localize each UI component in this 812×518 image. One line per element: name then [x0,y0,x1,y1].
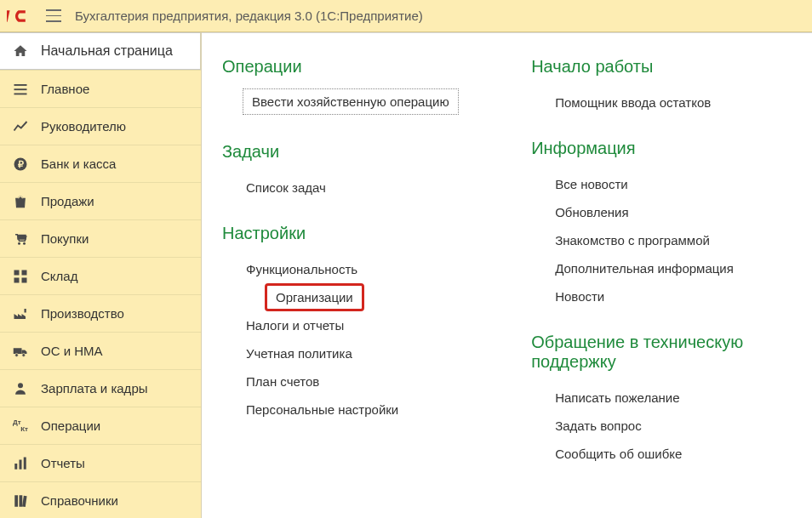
app-logo-icon [7,8,32,25]
svg-rect-21 [20,495,23,507]
main-menu-icon[interactable] [43,5,65,27]
svg-rect-20 [14,495,18,507]
nav-label: Банк и касса [41,157,116,171]
nav-item-warehouse[interactable]: Склад [0,257,201,294]
nav-item-assets[interactable]: ОС и НМА [0,332,201,369]
link-enter-operation[interactable]: Ввести хозяйственную операцию [243,88,459,115]
debit-credit-icon: ДтКт [12,418,29,435]
nav-label: Производство [41,306,124,321]
nav-item-purchases[interactable]: Покупки [0,219,201,257]
home-icon [12,43,29,60]
svg-rect-9 [14,270,20,275]
sidebar: Начальная страница Главное Руководителю … [0,32,202,518]
section-title: Обращение в техническую поддержку [531,333,812,372]
svg-rect-11 [14,277,20,282]
link-news[interactable]: Новости [555,282,812,310]
link-personal-settings[interactable]: Персональные настройки [246,396,472,424]
svg-rect-10 [22,270,27,275]
person-icon [12,380,29,397]
nav-item-manager[interactable]: Руководителю [0,107,201,145]
cart-icon [12,231,29,248]
nav-item-home[interactable]: Начальная страница [0,32,201,70]
link-functionality[interactable]: Функциональность [246,255,472,283]
nav-label: Покупки [41,231,89,246]
link-intro[interactable]: Знакомство с программой [555,226,812,254]
nav-label: Продажи [41,194,94,208]
section-title: Операции [222,57,472,77]
section-support: Обращение в техническую поддержку Написа… [531,333,812,468]
link-chart-of-accounts[interactable]: План счетов [246,367,472,396]
nav-label: Руководителю [41,119,126,134]
svg-point-14 [15,353,19,356]
link-ask-question[interactable]: Задать вопрос [555,412,812,440]
svg-point-7 [23,242,26,244]
content-left-column: Операции Ввести хозяйственную операцию З… [222,57,472,518]
bar-chart-icon [12,455,29,472]
svg-rect-13 [14,348,22,354]
svg-rect-2 [14,88,27,90]
section-tasks: Задачи Список задач [222,142,472,202]
svg-text:₽: ₽ [18,158,24,168]
nav-label: Операции [41,418,100,433]
section-title: Информация [531,139,812,158]
nav-label: ОС и НМА [41,344,103,358]
link-taxes-reports[interactable]: Налоги и отчеты [246,311,472,339]
books-icon [12,492,29,509]
nav-label: Отчеты [41,456,85,470]
section-information: Информация Все новости Обновления Знаком… [531,139,812,310]
nav-item-bank[interactable]: ₽ Банк и касса [0,145,201,182]
section-operations: Операции Ввести хозяйственную операцию [222,57,472,120]
nav-label: Начальная страница [41,43,173,59]
svg-rect-22 [22,495,26,506]
section-title: Задачи [222,142,472,162]
link-report-error[interactable]: Сообщить об ошибке [555,440,812,468]
nav-item-production[interactable]: Производство [0,294,201,332]
link-additional-info[interactable]: Дополнительная информация [555,254,812,282]
svg-point-6 [18,242,20,244]
nav-item-salary[interactable]: Зарплата и кадры [0,369,201,407]
grid-icon [12,268,29,285]
ruble-icon: ₽ [12,156,29,173]
svg-rect-19 [24,457,26,469]
section-title: Начало работы [531,57,812,77]
nav-item-sales[interactable]: Продажи [0,182,201,219]
truck-icon [12,343,29,360]
link-write-wish[interactable]: Написать пожелание [555,384,812,412]
nav-item-operations[interactable]: ДтКт Операции [0,407,201,444]
svg-rect-8 [17,234,26,239]
nav-item-main[interactable]: Главное [0,70,201,107]
section-getting-started: Начало работы Помощник ввода остатков [531,57,812,117]
main-content: Операции Ввести хозяйственную операцию З… [202,32,812,518]
menu-icon [12,81,29,98]
nav-label: Зарплата и кадры [41,381,148,396]
link-task-list[interactable]: Список задач [246,174,472,202]
link-updates[interactable]: Обновления [555,198,812,226]
link-balance-assistant[interactable]: Помощник ввода остатков [555,88,812,117]
svg-point-15 [22,353,26,356]
nav-item-directories[interactable]: Справочники [0,481,201,518]
svg-point-16 [18,383,23,388]
nav-label: Склад [41,269,77,283]
link-organizations[interactable]: Организации [265,283,364,311]
nav-label: Справочники [41,493,118,508]
factory-icon [12,305,29,322]
line-chart-icon [12,118,29,135]
link-all-news[interactable]: Все новости [555,170,812,198]
section-settings: Настройки Функциональность Организации Н… [222,224,472,424]
svg-rect-3 [14,93,27,94]
svg-rect-1 [14,84,27,86]
nav-item-reports[interactable]: Отчеты [0,444,201,481]
section-title: Настройки [222,224,472,243]
shopping-bag-icon [12,193,29,210]
svg-rect-0 [7,10,10,22]
svg-rect-18 [20,459,22,469]
svg-rect-17 [14,464,17,470]
nav-label: Главное [41,82,89,96]
content-right-column: Начало работы Помощник ввода остатков Ин… [531,57,812,518]
svg-rect-12 [22,277,27,282]
window-title: Бухгалтерия предприятия, редакция 3.0 (1… [75,9,423,23]
titlebar: Бухгалтерия предприятия, редакция 3.0 (1… [0,0,812,32]
link-accounting-policy[interactable]: Учетная политика [246,339,472,367]
